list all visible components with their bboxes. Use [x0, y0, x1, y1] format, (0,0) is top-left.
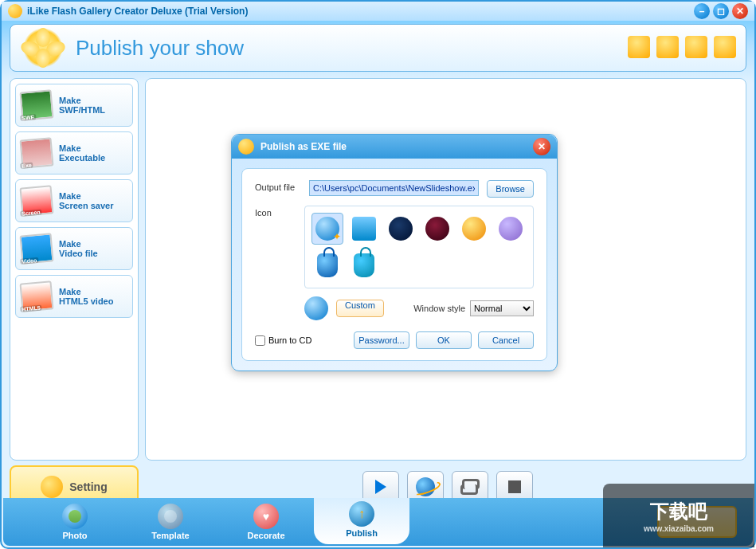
stop-icon — [508, 480, 521, 493]
lock-teal-icon — [354, 253, 374, 277]
tab-label: Photo — [62, 531, 87, 540]
monitor-icon — [352, 217, 376, 241]
icon-option-3[interactable] — [385, 213, 417, 245]
purple-sphere-icon — [499, 217, 523, 241]
app-window: iLike Flash Gallery Creator Deluxe (Tria… — [0, 0, 756, 549]
sidebar-item-video[interactable]: Make Video file — [15, 227, 133, 270]
close-button[interactable]: ✕ — [732, 3, 748, 19]
window-controls: – ◻ ✕ — [694, 3, 748, 19]
yellow-sphere-icon — [462, 217, 486, 241]
icon-option-8[interactable] — [348, 249, 380, 281]
burn-checkbox-input[interactable] — [255, 335, 265, 346]
next-button[interactable] — [657, 506, 737, 538]
password-button[interactable]: Password... — [354, 331, 409, 349]
sidebar-item-label: Make Video file — [59, 239, 98, 258]
icon-option-5[interactable] — [458, 213, 490, 245]
dialog-icon — [238, 139, 254, 155]
icon-option-6[interactable] — [495, 213, 527, 245]
sidebar-item-html5[interactable]: Make HTML5 video — [15, 275, 133, 318]
user-icon[interactable] — [685, 36, 707, 58]
ok-button[interactable]: OK — [416, 331, 472, 349]
sidebar-item-swf[interactable]: Make SWF/HTML — [15, 84, 133, 127]
gear-icon — [41, 476, 63, 498]
sidebar: Make SWF/HTML Make Executable Make Scree… — [10, 78, 139, 461]
publish-icon — [349, 501, 374, 527]
icon-option-2[interactable] — [348, 213, 380, 245]
header-toolbar — [628, 36, 736, 58]
dark-blue-sphere-icon — [389, 217, 413, 241]
swf-icon — [20, 89, 54, 120]
sidebar-item-label: Make SWF/HTML — [59, 96, 105, 115]
tab-label: Template — [151, 531, 189, 540]
icon-picker — [304, 206, 534, 288]
output-file-input[interactable] — [309, 180, 479, 196]
minimize-button[interactable]: – — [694, 3, 710, 19]
folder-icon[interactable] — [628, 36, 650, 58]
window-style-row: Window style Normal — [413, 300, 534, 316]
screensaver-icon — [20, 185, 54, 216]
play-icon — [375, 480, 386, 494]
publish-exe-dialog: Publish as EXE file ✕ Output file Browse… — [231, 134, 558, 371]
html5-icon — [20, 280, 54, 312]
dialog-buttons: Burn to CD Password... OK Cancel — [255, 331, 534, 349]
tab-label: Publish — [346, 528, 378, 538]
tab-photo[interactable]: Photo — [27, 500, 123, 543]
cancel-button[interactable]: Cancel — [478, 331, 534, 349]
window-title: iLike Flash Gallery Creator Deluxe (Tria… — [27, 6, 694, 17]
icon-option-4[interactable] — [421, 213, 453, 245]
sidebar-item-screensaver[interactable]: Make Screen saver — [15, 179, 133, 222]
burn-label: Burn to CD — [268, 335, 311, 345]
icon-option-7[interactable] — [311, 249, 343, 281]
exe-icon — [20, 137, 54, 168]
help-icon[interactable] — [714, 36, 736, 58]
dialog-body: Output file Browse Icon — [232, 159, 557, 371]
icon-label: Icon — [255, 206, 296, 218]
tab-template[interactable]: Template — [123, 500, 218, 543]
dialog-title: Publish as EXE file — [260, 141, 347, 152]
nav-tabs: Photo Template Decorate Publish — [3, 498, 753, 546]
dialog-titlebar: Publish as EXE file ✕ — [232, 135, 557, 159]
globe-star-icon — [315, 217, 339, 241]
save-icon[interactable] — [656, 36, 679, 58]
titlebar: iLike Flash Gallery Creator Deluxe (Tria… — [2, 2, 754, 21]
photo-icon — [62, 504, 88, 529]
dialog-close-button[interactable]: ✕ — [533, 138, 550, 155]
app-icon — [8, 4, 22, 18]
page-title: Publish your show — [76, 36, 244, 61]
setting-label: Setting — [69, 480, 107, 493]
tab-label: Decorate — [247, 531, 284, 540]
sidebar-item-label: Make Executable — [59, 143, 105, 163]
sidebar-item-label: Make HTML5 video — [59, 287, 113, 306]
ie-icon — [416, 477, 435, 496]
template-icon — [158, 504, 183, 529]
sidebar-item-executable[interactable]: Make Executable — [15, 131, 133, 175]
window-style-label: Window style — [413, 304, 465, 313]
dialog-inner: Output file Browse Icon — [241, 168, 547, 361]
lock-blue-icon — [317, 253, 338, 277]
custom-button[interactable]: Custom — [336, 300, 384, 317]
video-icon — [20, 233, 54, 264]
dark-red-sphere-icon — [425, 217, 449, 241]
custom-row: Custom Window style Normal — [304, 296, 534, 320]
output-row: Output file Browse — [255, 180, 534, 198]
maximize-button[interactable]: ◻ — [713, 3, 729, 19]
custom-preview-icon — [304, 296, 328, 320]
tab-decorate[interactable]: Decorate — [218, 500, 314, 543]
output-label: Output file — [255, 180, 301, 192]
browse-button[interactable]: Browse — [487, 180, 534, 198]
burn-to-cd-checkbox[interactable]: Burn to CD — [255, 335, 311, 346]
decorate-icon — [253, 504, 279, 529]
header: Publish your show — [10, 24, 746, 72]
flower-logo-icon — [23, 28, 63, 68]
tab-publish[interactable]: Publish — [314, 498, 409, 544]
repeat-icon — [462, 479, 478, 495]
window-style-select[interactable]: Normal — [470, 300, 534, 316]
sidebar-item-label: Make Screen saver — [59, 191, 114, 210]
icon-option-1[interactable] — [311, 213, 343, 245]
icon-row: Icon — [255, 206, 534, 320]
